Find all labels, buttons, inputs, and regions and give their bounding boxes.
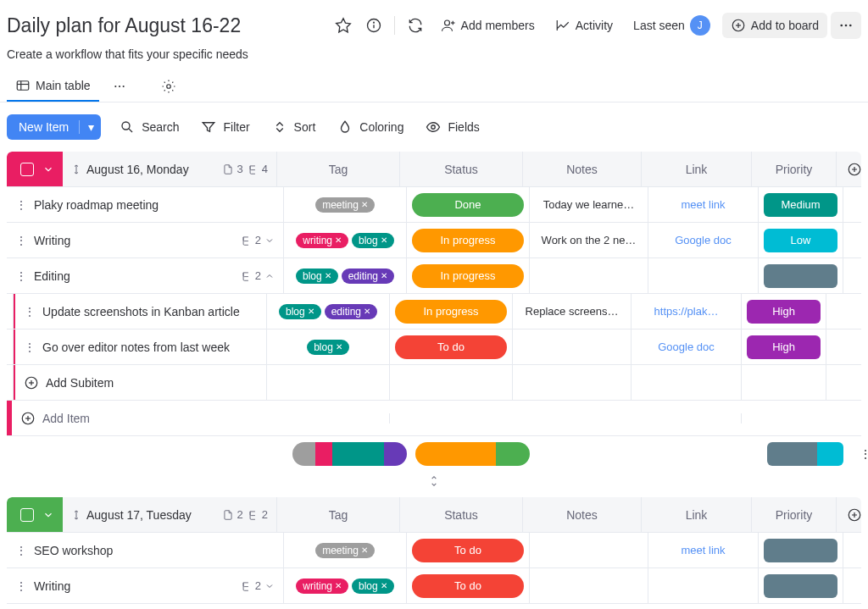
group-toggle[interactable]: [7, 152, 63, 186]
cell-status[interactable]: In progress: [406, 223, 529, 257]
more-menu-button[interactable]: [831, 12, 861, 39]
search-button[interactable]: Search: [116, 116, 182, 138]
cell-tag[interactable]: writing ✕blog ✕: [283, 568, 406, 603]
subitem-indicator[interactable]: 2: [240, 269, 275, 282]
row-name-cell[interactable]: Writing2: [7, 223, 283, 257]
cell-notes[interactable]: Replace screens…: [512, 294, 631, 329]
cell-link[interactable]: https://plak…: [631, 294, 741, 329]
add-column-button[interactable]: [836, 152, 861, 186]
add-members-button[interactable]: Add members: [432, 13, 543, 38]
filter-button[interactable]: Filter: [198, 116, 253, 138]
cell-status[interactable]: In progress: [389, 294, 512, 329]
summary-status[interactable]: [411, 438, 534, 470]
drag-handle-icon[interactable]: [15, 269, 27, 283]
cell-priority[interactable]: Low: [758, 223, 843, 257]
summary-more-button[interactable]: [848, 443, 868, 465]
column-header-tag[interactable]: Tag: [276, 497, 399, 532]
summary-priority[interactable]: [763, 438, 848, 470]
cell-link[interactable]: [648, 568, 758, 603]
cell-priority[interactable]: [758, 258, 843, 293]
column-header-link[interactable]: Link: [641, 152, 751, 186]
drag-handle-icon[interactable]: [15, 579, 27, 593]
tab-options-button[interactable]: [106, 73, 133, 100]
coloring-button[interactable]: Coloring: [334, 116, 407, 138]
tag-pill[interactable]: meeting ✕: [315, 543, 375, 558]
column-header-notes[interactable]: Notes: [522, 152, 641, 186]
new-item-button[interactable]: New Item ▾: [7, 114, 101, 140]
view-settings-button[interactable]: [155, 73, 182, 100]
tag-pill[interactable]: writing ✕: [296, 579, 348, 594]
table-row[interactable]: Writing2writing ✕blog ✕To do: [7, 568, 861, 604]
add-item-cell[interactable]: Add Item: [12, 411, 266, 426]
cell-tag[interactable]: meeting ✕: [283, 533, 406, 567]
cell-notes[interactable]: [529, 533, 648, 567]
drag-handle-icon[interactable]: [24, 305, 36, 318]
table-row[interactable]: SEO workshopmeeting ✕To domeet link: [7, 533, 861, 568]
select-all-checkbox[interactable]: [20, 163, 34, 176]
cell-notes[interactable]: Today we learne…: [529, 187, 648, 222]
cell-tag[interactable]: meeting ✕: [283, 187, 406, 222]
add-subitem-cell[interactable]: Add Subitem: [15, 365, 266, 400]
row-name-cell[interactable]: Writing2: [7, 568, 283, 603]
cell-status[interactable]: Done: [406, 187, 529, 222]
tag-remove-icon[interactable]: ✕: [361, 200, 368, 209]
column-header-notes[interactable]: Notes: [522, 497, 641, 532]
tag-remove-icon[interactable]: ✕: [361, 545, 368, 555]
cell-tag[interactable]: blog ✕editing ✕: [283, 258, 406, 293]
tag-remove-icon[interactable]: ✕: [336, 342, 342, 352]
cell-priority[interactable]: [758, 568, 843, 603]
add-column-button[interactable]: [836, 497, 861, 532]
row-name-cell[interactable]: SEO workshop: [7, 533, 283, 567]
table-row[interactable]: Editing2blog ✕editing ✕In progress: [7, 258, 861, 294]
tag-remove-icon[interactable]: ✕: [335, 235, 342, 245]
tag-pill[interactable]: meeting ✕: [315, 197, 375, 213]
column-header-status[interactable]: Status: [399, 152, 522, 186]
cell-status[interactable]: To do: [406, 568, 529, 603]
cell-notes[interactable]: Work on the 2 ne…: [529, 223, 648, 257]
subitem-indicator[interactable]: 2: [240, 234, 275, 246]
cell-tag[interactable]: writing ✕blog ✕: [283, 223, 406, 257]
cell-priority[interactable]: [758, 533, 843, 567]
activity-button[interactable]: Activity: [547, 13, 621, 38]
drag-handle-icon[interactable]: [15, 544, 27, 557]
cell-tag[interactable]: blog ✕: [266, 329, 389, 364]
drag-handle-icon[interactable]: [24, 340, 36, 354]
cell-status[interactable]: To do: [406, 533, 529, 567]
group-title-cell[interactable]: August 17, Tuesday22: [63, 497, 276, 532]
select-all-checkbox[interactable]: [20, 508, 34, 522]
cell-status[interactable]: To do: [389, 329, 512, 364]
add-item-row[interactable]: Add Item: [7, 401, 861, 436]
cell-link[interactable]: Google doc: [648, 223, 758, 257]
add-to-board-button[interactable]: Add to board: [722, 13, 827, 38]
tag-pill[interactable]: editing ✕: [325, 304, 377, 319]
tab-main-table[interactable]: Main table: [7, 71, 99, 102]
page-title[interactable]: Daily plan for August 16-22: [7, 14, 241, 37]
info-icon[interactable]: [360, 12, 387, 39]
tag-remove-icon[interactable]: ✕: [325, 271, 331, 280]
last-seen-button[interactable]: Last seen J: [625, 10, 719, 41]
cell-tag[interactable]: blog ✕editing ✕: [266, 294, 389, 329]
tag-remove-icon[interactable]: ✕: [381, 271, 387, 280]
subitem-row[interactable]: Update screenshots in Kanban articleblog…: [7, 294, 861, 329]
cell-link[interactable]: meet link: [648, 187, 758, 222]
row-name-cell[interactable]: Go over editor notes from last week: [15, 329, 266, 364]
table-row[interactable]: Plaky roadmap meetingmeeting ✕DoneToday …: [7, 187, 861, 223]
page-subtitle[interactable]: Create a workflow that fits your specifi…: [0, 44, 868, 71]
tag-pill[interactable]: blog ✕: [279, 304, 321, 319]
subitem-indicator[interactable]: 2: [240, 579, 275, 592]
sort-button[interactable]: Sort: [269, 116, 320, 138]
tag-pill[interactable]: writing ✕: [296, 233, 348, 248]
table-row[interactable]: Writing2writing ✕blog ✕In progressWork o…: [7, 223, 861, 258]
refresh-icon[interactable]: [402, 12, 429, 39]
cell-notes[interactable]: [529, 568, 648, 603]
star-icon[interactable]: [330, 12, 357, 39]
column-header-priority[interactable]: Priority: [751, 152, 836, 186]
column-header-status[interactable]: Status: [399, 497, 522, 532]
row-name-cell[interactable]: Plaky roadmap meeting: [7, 187, 283, 222]
cell-link[interactable]: Google doc: [631, 329, 741, 364]
column-header-link[interactable]: Link: [641, 497, 751, 532]
cell-link[interactable]: meet link: [648, 533, 758, 567]
group-title-cell[interactable]: August 16, Monday34: [63, 152, 276, 186]
tag-pill[interactable]: blog ✕: [307, 340, 349, 355]
group-toggle[interactable]: [7, 497, 63, 532]
